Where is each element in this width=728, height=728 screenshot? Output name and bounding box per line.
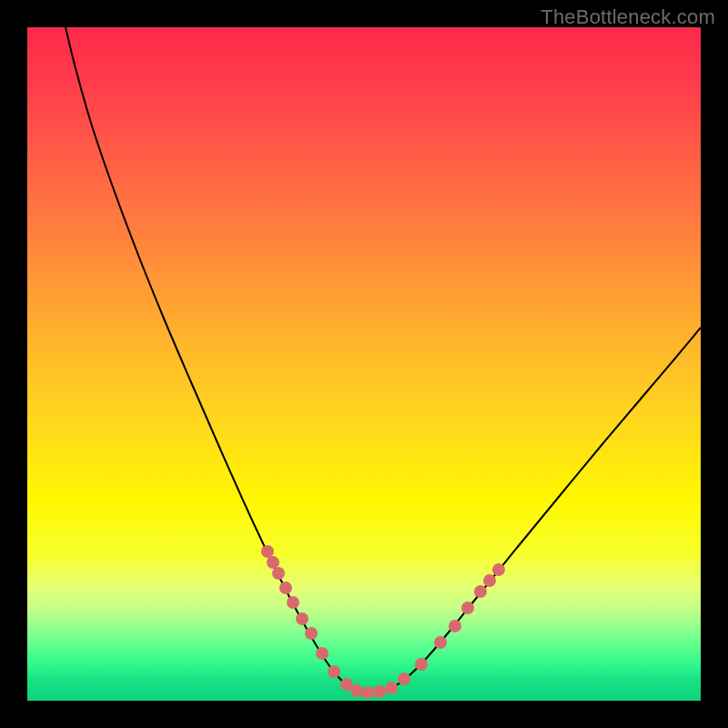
data-dot	[434, 636, 447, 649]
data-dot	[373, 685, 386, 698]
chart-frame: TheBottleneck.com	[0, 0, 728, 728]
data-dot	[483, 574, 496, 587]
curve-right	[364, 328, 701, 693]
data-dot	[267, 556, 279, 569]
data-dot	[385, 682, 398, 694]
data-dot	[461, 602, 474, 614]
data-dot	[296, 612, 308, 625]
plot-area	[27, 27, 701, 701]
data-dot	[492, 563, 505, 576]
watermark-text: TheBottleneck.com	[541, 5, 715, 29]
data-dot	[328, 665, 340, 678]
data-dot	[415, 658, 428, 671]
data-dot	[361, 686, 374, 699]
data-dot	[398, 672, 410, 685]
data-dot	[305, 627, 318, 640]
chart-svg	[27, 27, 701, 701]
data-dot	[279, 581, 292, 594]
data-dot	[316, 647, 329, 660]
data-dots	[261, 545, 505, 699]
data-dot	[449, 620, 461, 632]
data-dot	[287, 596, 299, 609]
data-dot	[272, 567, 285, 580]
data-dot	[474, 585, 487, 598]
data-dot	[350, 684, 363, 697]
data-dot	[261, 545, 274, 558]
curve-left	[66, 27, 364, 693]
